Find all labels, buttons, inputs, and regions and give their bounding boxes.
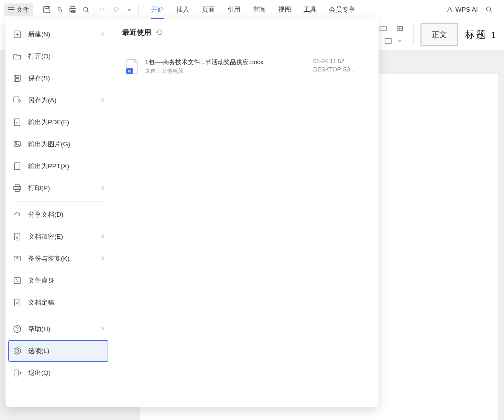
recent-file-name: 1包----商务技术文件...节活动奖品供应.docx (145, 58, 307, 66)
menu-item-label: 文档定稿 (28, 298, 54, 307)
menu-item-exit[interactable]: 退出(Q) (8, 362, 108, 384)
tab-insert[interactable]: 插入 (176, 0, 189, 19)
menu-item-label: 保存(S) (28, 74, 50, 83)
menu-item-label: 文件瘦身 (28, 276, 54, 285)
menu-item-label: 输出为PPT(X) (28, 162, 69, 171)
separator (439, 5, 439, 14)
separator (138, 5, 139, 14)
image-export-icon (12, 139, 22, 149)
undo-button[interactable] (99, 5, 108, 14)
recent-file-device: DESKTOP-S3... (313, 66, 365, 73)
menu-item-new[interactable]: 新建(N) (8, 23, 108, 45)
more-dropdown[interactable] (125, 5, 134, 14)
recent-file-time: 05-24 11:52 (313, 58, 365, 65)
file-menu-recent-panel: 最近使用 W 1包----商务技术文件...节活动奖品供应.docx 来自：其他… (111, 19, 379, 407)
menu-item-open[interactable]: 打开(O) (8, 45, 108, 67)
menu-item-print[interactable]: 打印(P) (8, 177, 108, 199)
svg-rect-26 (14, 277, 20, 284)
separator (413, 24, 414, 45)
preview-icon[interactable] (81, 5, 90, 14)
svg-rect-19 (14, 163, 20, 170)
save-icon[interactable] (42, 5, 51, 14)
svg-rect-27 (14, 299, 20, 306)
chevron-down-icon (127, 7, 132, 12)
menu-item-label: 备份与恢复(K) (28, 254, 69, 263)
chevron-right-icon (101, 325, 104, 333)
menu-item-compress[interactable]: 文件瘦身 (8, 270, 108, 292)
menu-item-encrypt[interactable]: 文档加密(E) (8, 226, 108, 248)
menu-item-backup[interactable]: 备份与恢复(K) (8, 248, 108, 270)
file-menu-dropdown: 新建(N)打开(O)保存(S)另存为(A)P输出为PDF(F)输出为图片(G)输… (6, 19, 379, 407)
save-icon (12, 73, 22, 83)
link-icon[interactable] (55, 5, 64, 14)
grid-icon[interactable] (384, 36, 393, 45)
fit-icon[interactable] (395, 24, 404, 33)
svg-point-24 (17, 237, 18, 238)
menu-item-image-export[interactable]: 输出为图片(G) (8, 133, 108, 155)
file-menu-button[interactable]: 文件 (4, 3, 33, 16)
svg-rect-31 (14, 370, 18, 376)
svg-point-29 (17, 330, 18, 331)
recent-file-source: 来自：其他电脑 (145, 68, 307, 75)
backup-icon (12, 254, 22, 263)
chevron-down-icon[interactable] (398, 39, 402, 43)
style-heading1[interactable]: 标题 1 (465, 28, 497, 41)
svg-rect-9 (385, 38, 391, 43)
menu-item-label: 文档加密(E) (28, 232, 63, 241)
menu-divider (12, 316, 104, 316)
ppt-export-icon (12, 161, 22, 171)
svg-point-6 (486, 7, 491, 11)
chevron-right-icon (101, 31, 104, 38)
menu-item-ppt-export[interactable]: 输出为PPT(X) (8, 155, 108, 177)
tab-start[interactable]: 开始 (151, 0, 164, 19)
wps-ai-button[interactable]: WPS AI (446, 6, 478, 13)
search-icon[interactable] (485, 5, 494, 14)
tab-tools[interactable]: 工具 (304, 0, 317, 19)
recent-title: 最近使用 (122, 27, 151, 37)
menu-item-save[interactable]: 保存(S) (8, 67, 108, 89)
help-icon (12, 324, 22, 334)
menu-item-help[interactable]: 帮助(H) (8, 318, 108, 340)
tab-reference[interactable]: 引用 (227, 0, 240, 19)
menu-item-label: 分享文档(D) (28, 210, 63, 219)
new-icon (12, 30, 22, 39)
recent-header: 最近使用 (122, 27, 368, 42)
menu-item-pdf[interactable]: P输出为PDF(F) (8, 111, 108, 133)
print-toolbar-icon[interactable] (68, 5, 77, 14)
refresh-icon[interactable] (156, 29, 163, 36)
menu-item-share[interactable]: 分享文档(D) (8, 204, 108, 226)
tab-member[interactable]: 会员专享 (329, 0, 355, 19)
top-toolbar: 文件 开始 插入 页面 引用 审阅 视图 工具 会员专享 WPS AI (0, 0, 504, 19)
svg-rect-11 (14, 75, 20, 81)
finalize-icon (12, 298, 22, 307)
ai-logo-icon (446, 6, 453, 13)
separator (38, 5, 38, 14)
menu-divider (12, 201, 104, 202)
print-icon (12, 183, 22, 193)
tab-page[interactable]: 页面 (202, 0, 215, 19)
redo-button[interactable] (112, 5, 121, 14)
ribbon-tabs: 开始 插入 页面 引用 审阅 视图 工具 会员专享 (151, 0, 355, 19)
menu-item-options[interactable]: 选项(L) (8, 340, 108, 362)
style-normal[interactable]: 正文 (420, 23, 458, 46)
menu-item-label: 输出为PDF(F) (28, 118, 69, 127)
ruler-icon[interactable] (379, 24, 388, 33)
svg-rect-13 (15, 79, 19, 81)
menu-item-label: 新建(N) (28, 30, 50, 39)
menu-item-label: 输出为图片(G) (28, 140, 70, 149)
svg-rect-1 (45, 7, 48, 9)
encrypt-icon (12, 232, 22, 241)
menu-item-label: 另存为(A) (28, 96, 56, 105)
svg-rect-0 (44, 7, 50, 13)
menu-item-finalize[interactable]: 文档定稿 (8, 292, 108, 314)
svg-rect-12 (15, 75, 19, 77)
open-icon (12, 52, 22, 61)
menu-item-label: 打开(O) (28, 52, 51, 61)
tab-review[interactable]: 审阅 (253, 0, 266, 19)
recent-file-item[interactable]: W 1包----商务技术文件...节活动奖品供应.docx 来自：其他电脑 05… (122, 55, 368, 78)
menu-item-label: 打印(P) (28, 184, 50, 193)
chevron-right-icon (101, 255, 104, 262)
chevron-right-icon (101, 97, 104, 104)
tab-view[interactable]: 视图 (278, 0, 291, 19)
menu-item-saveas[interactable]: 另存为(A) (8, 89, 108, 111)
